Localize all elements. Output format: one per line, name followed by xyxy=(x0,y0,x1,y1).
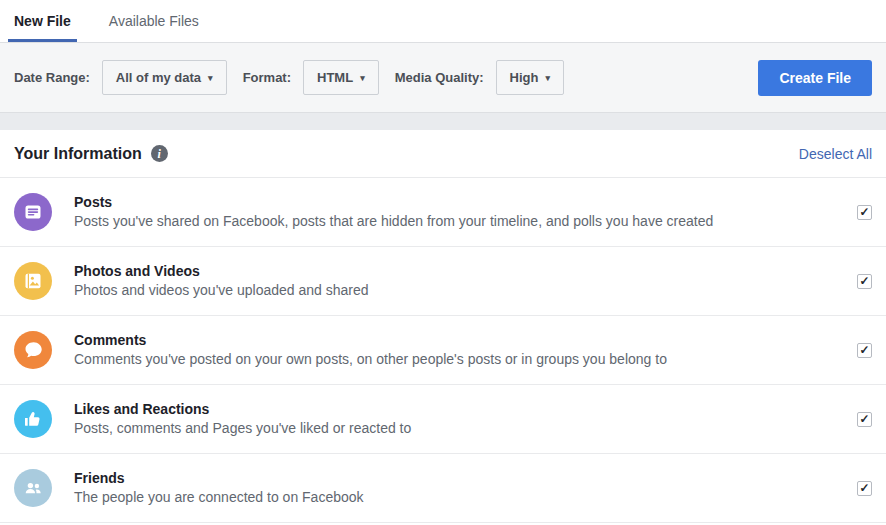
date-range-dropdown[interactable]: All of my data ▾ xyxy=(102,60,227,95)
page-gap xyxy=(0,113,886,130)
item-description: The people you are connected to on Faceb… xyxy=(74,488,857,507)
likes-checkbox[interactable]: ✓ xyxy=(857,412,872,427)
photos-checkbox[interactable]: ✓ xyxy=(857,274,872,289)
deselect-all-link[interactable]: Deselect All xyxy=(799,146,872,162)
item-title: Photos and Videos xyxy=(74,262,857,281)
caret-down-icon: ▾ xyxy=(545,73,550,83)
format-dropdown[interactable]: HTML ▾ xyxy=(303,60,379,95)
friends-text: Friends The people you are connected to … xyxy=(74,469,857,507)
tab-new-file-label: New File xyxy=(14,13,71,29)
likes-icon xyxy=(14,400,52,438)
photos-icon xyxy=(14,262,52,300)
item-title: Likes and Reactions xyxy=(74,400,857,419)
item-title: Friends xyxy=(74,469,857,488)
item-row-friends: Friends The people you are connected to … xyxy=(0,454,886,523)
posts-icon xyxy=(14,193,52,231)
date-range-label: Date Range: xyxy=(14,70,90,85)
tab-bar: New File Available Files xyxy=(0,0,886,43)
friends-checkbox[interactable]: ✓ xyxy=(857,481,872,496)
media-quality-label: Media Quality: xyxy=(395,70,484,85)
item-row-posts: Posts Posts you've shared on Facebook, p… xyxy=(0,178,886,247)
item-row-photos-and-videos: Photos and Videos Photos and videos you'… xyxy=(0,247,886,316)
comments-icon xyxy=(14,331,52,369)
item-title: Comments xyxy=(74,331,857,350)
item-description: Photos and videos you've uploaded and sh… xyxy=(74,281,857,300)
posts-checkbox[interactable]: ✓ xyxy=(857,205,872,220)
comments-text: Comments Comments you've posted on your … xyxy=(74,331,857,369)
friends-icon xyxy=(14,469,52,507)
item-description: Posts, comments and Pages you've liked o… xyxy=(74,419,857,438)
item-title: Posts xyxy=(74,193,857,212)
item-description: Comments you've posted on your own posts… xyxy=(74,350,857,369)
format-value: HTML xyxy=(317,70,353,85)
date-range-value: All of my data xyxy=(116,70,201,85)
comments-checkbox[interactable]: ✓ xyxy=(857,343,872,358)
caret-down-icon: ▾ xyxy=(208,73,213,83)
format-label: Format: xyxy=(243,70,291,85)
item-row-comments: Comments Comments you've posted on your … xyxy=(0,316,886,385)
tab-available-files-label: Available Files xyxy=(109,13,199,29)
posts-text: Posts Posts you've shared on Facebook, p… xyxy=(74,193,857,231)
section-title: Your Information xyxy=(14,145,142,163)
item-row-likes-and-reactions: Likes and Reactions Posts, comments and … xyxy=(0,385,886,454)
photos-text: Photos and Videos Photos and videos you'… xyxy=(74,262,857,300)
likes-text: Likes and Reactions Posts, comments and … xyxy=(74,400,857,438)
create-file-button[interactable]: Create File xyxy=(758,60,872,96)
caret-down-icon: ▾ xyxy=(360,73,365,83)
media-quality-value: High xyxy=(510,70,539,85)
media-quality-dropdown[interactable]: High ▾ xyxy=(496,60,564,95)
file-options-toolbar: Date Range: All of my data ▾ Format: HTM… xyxy=(0,43,886,113)
info-icon[interactable]: i xyxy=(151,145,168,162)
item-description: Posts you've shared on Facebook, posts t… xyxy=(74,212,857,231)
tab-available-files[interactable]: Available Files xyxy=(103,2,205,42)
your-information-header: Your Information i Deselect All xyxy=(0,130,886,178)
tab-new-file[interactable]: New File xyxy=(8,2,77,42)
